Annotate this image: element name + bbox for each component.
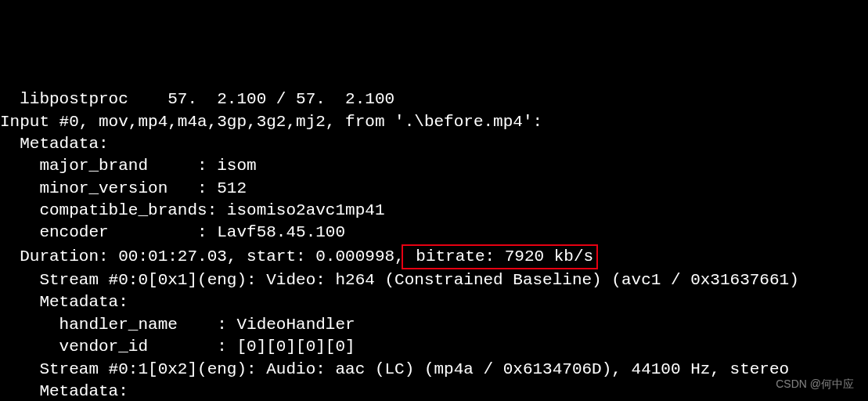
output-line: libpostproc 57. 2.100 / 57. 2.100 xyxy=(0,90,394,108)
metadata-encoder: encoder : Lavf58.45.100 xyxy=(0,223,345,241)
metadata-compatible-brands: compatible_brands: isomiso2avc1mp41 xyxy=(0,201,384,219)
metadata-minor-version: minor_version : 512 xyxy=(0,179,247,197)
audio-stream-line: Stream #0:1[0x2](eng): Audio: aac (LC) (… xyxy=(0,360,789,378)
output-line: Metadata: xyxy=(0,382,128,400)
output-line: Metadata: xyxy=(0,135,109,153)
watermark: CSDN @何中应 xyxy=(776,377,854,392)
terminal-output: libpostproc 57. 2.100 / 57. 2.100 Input … xyxy=(0,89,868,401)
output-line: Metadata: xyxy=(0,293,128,311)
bitrate-highlight: bitrate: 7920 kb/s xyxy=(402,244,598,269)
duration-line-prefix: Duration: 00:01:27.03, start: 0.000998, xyxy=(0,247,405,266)
video-vendor-id: vendor_id : [0][0][0][0] xyxy=(0,338,355,356)
video-stream-line: Stream #0:0[0x1](eng): Video: h264 (Cons… xyxy=(0,271,799,289)
video-handler-name: handler_name : VideoHandler xyxy=(0,316,355,334)
metadata-major-brand: major_brand : isom xyxy=(0,157,257,175)
output-line: Input #0, mov,mp4,m4a,3gp,3g2,mj2, from … xyxy=(0,113,542,131)
